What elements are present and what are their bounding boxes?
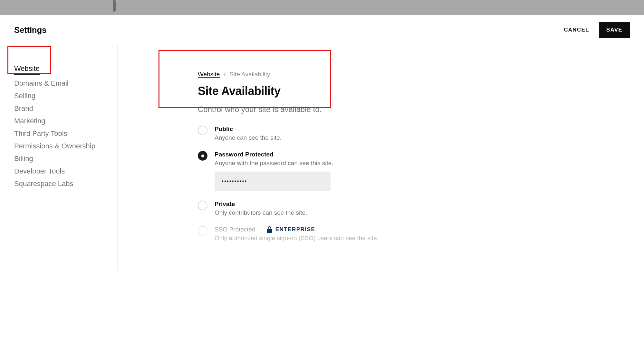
option-password-protected[interactable]: Password Protected Anyone with the passw… bbox=[198, 151, 391, 191]
sidebar-item-permissions-ownership[interactable]: Permissions & Ownership bbox=[14, 142, 95, 150]
lock-icon bbox=[267, 226, 272, 233]
option-title-text: SSO Protected bbox=[215, 226, 255, 233]
radio-sso-protected bbox=[198, 226, 207, 236]
page-subtitle: Control who your site is available to. bbox=[198, 105, 644, 114]
option-body: Password Protected Anyone with the passw… bbox=[215, 151, 391, 191]
cancel-button[interactable]: CANCEL bbox=[564, 27, 589, 33]
option-body: Public Anyone can see the site. bbox=[215, 126, 391, 141]
sidebar-item-website[interactable]: Website bbox=[14, 64, 40, 75]
enterprise-badge-text: ENTERPRISE bbox=[275, 226, 315, 233]
availability-options: Public Anyone can see the site. Password… bbox=[198, 126, 391, 242]
sidebar-item-marketing[interactable]: Marketing bbox=[14, 117, 45, 125]
background-overlay bbox=[0, 0, 644, 15]
modal-actions: CANCEL SAVE bbox=[564, 22, 630, 38]
settings-modal: Settings CANCEL SAVE Website Domains & E… bbox=[0, 15, 644, 270]
radio-password-protected[interactable] bbox=[198, 151, 207, 161]
page-title: Site Availability bbox=[198, 84, 644, 98]
option-desc: Anyone with the password can see this si… bbox=[215, 160, 391, 167]
option-desc: Only contributors can see the site. bbox=[215, 209, 391, 216]
radio-public[interactable] bbox=[198, 126, 207, 135]
option-title: SSO Protected ENTERPRISE bbox=[215, 226, 391, 233]
breadcrumb-separator: / bbox=[224, 71, 226, 78]
breadcrumb: Website / Site Availability bbox=[198, 71, 644, 78]
sidebar-item-squarespace-labs[interactable]: Squarespace Labs bbox=[14, 180, 73, 188]
radio-private[interactable] bbox=[198, 201, 207, 210]
modal-header: Settings CANCEL SAVE bbox=[0, 15, 644, 45]
option-title: Public bbox=[215, 126, 391, 133]
sidebar-item-brand[interactable]: Brand bbox=[14, 104, 33, 113]
scrollbar-thumb[interactable] bbox=[113, 0, 116, 12]
sidebar-item-third-party-tools[interactable]: Third Party Tools bbox=[14, 129, 67, 138]
sidebar-item-billing[interactable]: Billing bbox=[14, 155, 33, 163]
breadcrumb-current: Site Availability bbox=[229, 71, 270, 78]
option-body: Private Only contributors can see the si… bbox=[215, 201, 391, 216]
option-title: Password Protected bbox=[215, 151, 391, 158]
sidebar-item-domains-email[interactable]: Domains & Email bbox=[14, 79, 69, 88]
option-body: SSO Protected ENTERPRISE Only authorized… bbox=[215, 226, 391, 242]
modal-body: Website Domains & Email Selling Brand Ma… bbox=[0, 45, 644, 270]
breadcrumb-parent-link[interactable]: Website bbox=[198, 71, 220, 78]
save-button[interactable]: SAVE bbox=[599, 22, 630, 38]
option-private[interactable]: Private Only contributors can see the si… bbox=[198, 201, 391, 216]
sidebar: Website Domains & Email Selling Brand Ma… bbox=[0, 45, 118, 270]
option-public[interactable]: Public Anyone can see the site. bbox=[198, 126, 391, 141]
option-title: Private bbox=[215, 201, 391, 208]
sidebar-item-developer-tools[interactable]: Developer Tools bbox=[14, 167, 65, 175]
option-desc: Only authorized single sign-on (SSO) use… bbox=[215, 235, 391, 242]
main-panel: Website / Site Availability Site Availab… bbox=[118, 45, 644, 270]
enterprise-badge: ENTERPRISE bbox=[267, 226, 315, 233]
modal-title: Settings bbox=[14, 25, 46, 35]
sidebar-item-selling[interactable]: Selling bbox=[14, 92, 35, 100]
option-sso-protected: SSO Protected ENTERPRISE Only authorized… bbox=[198, 226, 391, 242]
password-input[interactable] bbox=[215, 172, 331, 191]
option-desc: Anyone can see the site. bbox=[215, 134, 391, 141]
